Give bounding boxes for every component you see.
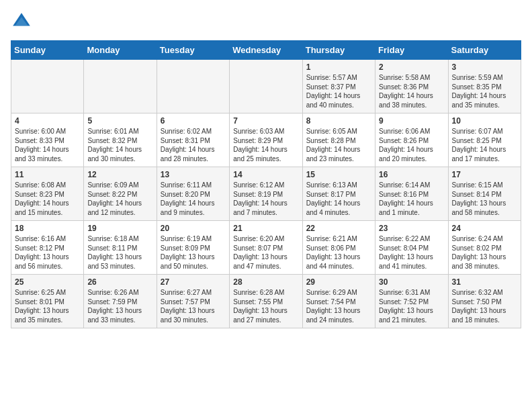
day-number: 14 [233, 170, 298, 179]
day-number: 19 [87, 224, 152, 233]
calendar-cell: 22Sunrise: 6:21 AM Sunset: 8:06 PM Dayli… [302, 221, 375, 275]
day-number: 9 [379, 116, 444, 126]
cell-info-text: Sunrise: 6:18 AM Sunset: 8:11 PM Dayligh… [87, 234, 152, 271]
calendar-cell: 18Sunrise: 6:16 AM Sunset: 8:12 PM Dayli… [11, 221, 84, 275]
cell-info-text: Sunrise: 6:24 AM Sunset: 8:02 PM Dayligh… [452, 234, 517, 271]
calendar-cell: 17Sunrise: 6:15 AM Sunset: 8:14 PM Dayli… [448, 167, 521, 221]
calendar-cell: 10Sunrise: 6:07 AM Sunset: 8:25 PM Dayli… [448, 113, 521, 167]
day-number: 6 [161, 116, 226, 126]
calendar-cell: 4Sunrise: 6:00 AM Sunset: 8:33 PM Daylig… [11, 113, 84, 167]
calendar-cell [84, 60, 157, 113]
calendar-cell: 2Sunrise: 5:58 AM Sunset: 8:36 PM Daylig… [375, 60, 448, 113]
cell-info-text: Sunrise: 6:26 AM Sunset: 7:59 PM Dayligh… [87, 288, 152, 324]
cell-info-text: Sunrise: 6:08 AM Sunset: 8:23 PM Dayligh… [15, 181, 80, 217]
calendar-cell: 5Sunrise: 6:01 AM Sunset: 8:32 PM Daylig… [84, 113, 157, 167]
cell-info-text: Sunrise: 6:27 AM Sunset: 7:57 PM Dayligh… [161, 288, 226, 324]
logo-icon [11, 11, 32, 32]
weekday-header-saturday: Saturday [448, 41, 521, 60]
day-number: 16 [379, 170, 444, 179]
calendar-cell: 9Sunrise: 6:06 AM Sunset: 8:26 PM Daylig… [375, 113, 448, 167]
day-number: 20 [161, 224, 226, 233]
calendar-cell: 1Sunrise: 5:57 AM Sunset: 8:37 PM Daylig… [302, 60, 375, 113]
weekday-header-monday: Monday [84, 41, 157, 60]
weekday-header-sunday: Sunday [11, 41, 84, 60]
cell-info-text: Sunrise: 6:09 AM Sunset: 8:22 PM Dayligh… [87, 181, 152, 217]
cell-info-text: Sunrise: 6:25 AM Sunset: 8:01 PM Dayligh… [15, 288, 80, 324]
cell-info-text: Sunrise: 5:58 AM Sunset: 8:36 PM Dayligh… [379, 73, 444, 109]
cell-info-text: Sunrise: 6:22 AM Sunset: 8:04 PM Dayligh… [379, 234, 444, 271]
calendar-cell: 15Sunrise: 6:13 AM Sunset: 8:17 PM Dayli… [302, 167, 375, 221]
day-number: 21 [233, 224, 298, 233]
page-header [11, 11, 521, 32]
weekday-header-tuesday: Tuesday [157, 41, 229, 60]
cell-info-text: Sunrise: 6:31 AM Sunset: 7:52 PM Dayligh… [379, 288, 444, 324]
day-number: 31 [452, 277, 517, 287]
week-row-4: 18Sunrise: 6:16 AM Sunset: 8:12 PM Dayli… [11, 221, 521, 275]
calendar-cell: 13Sunrise: 6:11 AM Sunset: 8:20 PM Dayli… [157, 167, 229, 221]
day-number: 7 [233, 116, 298, 126]
calendar-cell: 6Sunrise: 6:02 AM Sunset: 8:31 PM Daylig… [157, 113, 229, 167]
day-number: 25 [15, 277, 80, 287]
calendar-cell: 31Sunrise: 6:32 AM Sunset: 7:50 PM Dayli… [448, 275, 521, 328]
day-number: 1 [306, 62, 371, 72]
calendar-cell: 24Sunrise: 6:24 AM Sunset: 8:02 PM Dayli… [448, 221, 521, 275]
day-number: 5 [87, 116, 152, 126]
calendar-cell: 16Sunrise: 6:14 AM Sunset: 8:16 PM Dayli… [375, 167, 448, 221]
cell-info-text: Sunrise: 6:03 AM Sunset: 8:29 PM Dayligh… [233, 127, 298, 163]
day-number: 2 [379, 62, 444, 72]
day-number: 23 [379, 224, 444, 233]
weekday-header-wednesday: Wednesday [230, 41, 302, 60]
calendar-cell: 28Sunrise: 6:28 AM Sunset: 7:55 PM Dayli… [230, 275, 302, 328]
cell-info-text: Sunrise: 6:02 AM Sunset: 8:31 PM Dayligh… [161, 127, 226, 163]
cell-info-text: Sunrise: 5:57 AM Sunset: 8:37 PM Dayligh… [306, 73, 371, 109]
cell-info-text: Sunrise: 6:06 AM Sunset: 8:26 PM Dayligh… [379, 127, 444, 163]
day-number: 13 [161, 170, 226, 179]
calendar-cell [11, 60, 84, 113]
week-row-2: 4Sunrise: 6:00 AM Sunset: 8:33 PM Daylig… [11, 113, 521, 167]
cell-info-text: Sunrise: 6:13 AM Sunset: 8:17 PM Dayligh… [306, 181, 371, 217]
cell-info-text: Sunrise: 6:01 AM Sunset: 8:32 PM Dayligh… [87, 127, 152, 163]
calendar-cell: 8Sunrise: 6:05 AM Sunset: 8:28 PM Daylig… [302, 113, 375, 167]
calendar-cell: 19Sunrise: 6:18 AM Sunset: 8:11 PM Dayli… [84, 221, 157, 275]
week-row-3: 11Sunrise: 6:08 AM Sunset: 8:23 PM Dayli… [11, 167, 521, 221]
calendar-cell: 3Sunrise: 5:59 AM Sunset: 8:35 PM Daylig… [448, 60, 521, 113]
calendar-cell: 23Sunrise: 6:22 AM Sunset: 8:04 PM Dayli… [375, 221, 448, 275]
day-number: 18 [15, 224, 80, 233]
calendar-cell: 20Sunrise: 6:19 AM Sunset: 8:09 PM Dayli… [157, 221, 229, 275]
day-number: 26 [87, 277, 152, 287]
calendar-cell: 7Sunrise: 6:03 AM Sunset: 8:29 PM Daylig… [230, 113, 302, 167]
day-number: 27 [161, 277, 226, 287]
cell-info-text: Sunrise: 6:32 AM Sunset: 7:50 PM Dayligh… [452, 288, 517, 324]
cell-info-text: Sunrise: 6:05 AM Sunset: 8:28 PM Dayligh… [306, 127, 371, 163]
calendar-cell: 25Sunrise: 6:25 AM Sunset: 8:01 PM Dayli… [11, 275, 84, 328]
calendar-cell: 12Sunrise: 6:09 AM Sunset: 8:22 PM Dayli… [84, 167, 157, 221]
day-number: 11 [15, 170, 80, 179]
day-number: 22 [306, 224, 371, 233]
weekday-header-thursday: Thursday [302, 41, 375, 60]
calendar-cell: 11Sunrise: 6:08 AM Sunset: 8:23 PM Dayli… [11, 167, 84, 221]
cell-info-text: Sunrise: 6:16 AM Sunset: 8:12 PM Dayligh… [15, 234, 80, 271]
day-number: 3 [452, 62, 517, 72]
day-number: 10 [452, 116, 517, 126]
day-number: 29 [306, 277, 371, 287]
day-number: 4 [15, 116, 80, 126]
cell-info-text: Sunrise: 6:12 AM Sunset: 8:19 PM Dayligh… [233, 181, 298, 217]
day-number: 28 [233, 277, 298, 287]
cell-info-text: Sunrise: 5:59 AM Sunset: 8:35 PM Dayligh… [452, 73, 517, 109]
calendar-table: SundayMondayTuesdayWednesdayThursdayFrid… [11, 40, 521, 328]
weekday-header-friday: Friday [375, 41, 448, 60]
calendar-cell [157, 60, 229, 113]
cell-info-text: Sunrise: 6:20 AM Sunset: 8:07 PM Dayligh… [233, 234, 298, 271]
cell-info-text: Sunrise: 6:11 AM Sunset: 8:20 PM Dayligh… [161, 181, 226, 217]
day-number: 12 [87, 170, 152, 179]
calendar-cell [230, 60, 302, 113]
calendar-cell: 21Sunrise: 6:20 AM Sunset: 8:07 PM Dayli… [230, 221, 302, 275]
calendar-cell: 29Sunrise: 6:29 AM Sunset: 7:54 PM Dayli… [302, 275, 375, 328]
weekday-header-row: SundayMondayTuesdayWednesdayThursdayFrid… [11, 41, 521, 60]
cell-info-text: Sunrise: 6:14 AM Sunset: 8:16 PM Dayligh… [379, 181, 444, 217]
cell-info-text: Sunrise: 6:29 AM Sunset: 7:54 PM Dayligh… [306, 288, 371, 324]
cell-info-text: Sunrise: 6:21 AM Sunset: 8:06 PM Dayligh… [306, 234, 371, 271]
calendar-cell: 14Sunrise: 6:12 AM Sunset: 8:19 PM Dayli… [230, 167, 302, 221]
day-number: 17 [452, 170, 517, 179]
week-row-5: 25Sunrise: 6:25 AM Sunset: 8:01 PM Dayli… [11, 275, 521, 328]
